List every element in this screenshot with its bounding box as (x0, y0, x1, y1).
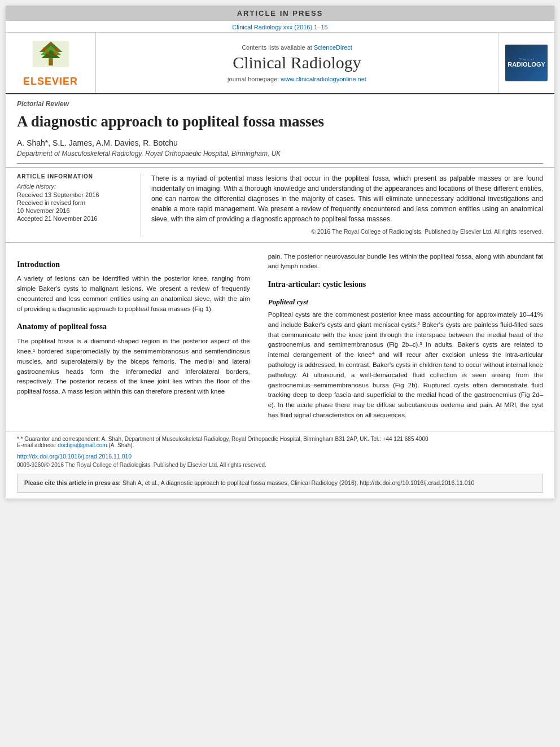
right-intro-para: pain. The posterior neurovascular bundle… (268, 252, 543, 272)
divider-1 (17, 163, 543, 164)
article-info-label: ARTICLE INFORMATION (17, 173, 133, 180)
cite-text: Shah A, et al., A diagnostic approach to… (123, 479, 474, 486)
anatomy-para: The popliteal fossa is a diamond-shaped … (17, 337, 250, 397)
doi-link[interactable]: http://dx.doi.org/10.1016/j.crad.2016.11… (17, 453, 132, 460)
citation-line: Clinical Radiology xxx (2016) 1–15 (6, 21, 554, 33)
main-content: Introduction A variety of lesions can be… (6, 243, 554, 425)
abstract-copyright: © 2016 The Royal College of Radiologists… (151, 228, 543, 237)
citation-text: Clinical Radiology xxx (2016) 1–15 (232, 24, 327, 30)
sciencedirect-label: Contents lists available at ScienceDirec… (242, 44, 352, 51)
right-column: pain. The posterior neurovascular bundle… (259, 252, 543, 425)
page: ARTICLE IN PRESS Clinical Radiology xxx … (6, 6, 554, 499)
elsevier-text: ELSEVIER (23, 76, 78, 88)
affiliation: Department of Musculoskeletal Radiology,… (6, 148, 554, 161)
anatomy-heading: Anatomy of popliteal fossa (17, 321, 250, 333)
elsevier-tree-icon (28, 38, 73, 72)
svg-point-6 (55, 49, 59, 52)
authors-line: A. Shah*, S.L. James, A.M. Davies, R. Bo… (6, 136, 554, 148)
cite-box: Please cite this article in press as: Sh… (17, 474, 543, 493)
doi-line: http://dx.doi.org/10.1016/j.crad.2016.11… (6, 451, 554, 461)
history-label: Article history: (17, 183, 133, 190)
elsevier-logo-area: ELSEVIER (6, 33, 96, 93)
cite-label: Please cite this article in press as: (24, 479, 121, 486)
sciencedirect-link[interactable]: ScienceDirect (314, 44, 352, 51)
radiology-logo-text: RADIOLOGY (508, 61, 545, 68)
abstract-column: There is a myriad of potential mass lesi… (141, 173, 543, 237)
journal-center: Contents lists available at ScienceDirec… (96, 33, 498, 93)
journal-url[interactable]: www.clinicalradiologyonline.net (281, 76, 366, 82)
left-column: Introduction A variety of lesions can be… (17, 252, 259, 425)
svg-rect-1 (49, 58, 53, 65)
footnote-text: * Guarantor and correspondent: A. Shah, … (21, 436, 428, 442)
journal-homepage: journal homepage: www.clinicalradiologyo… (228, 76, 366, 82)
abstract-text: There is a myriad of potential mass lesi… (151, 173, 543, 224)
svg-point-8 (46, 52, 49, 55)
popliteal-cyst-para: Popliteal cysts are the commonest poster… (268, 310, 543, 421)
received-revised-label: Received in revised form (17, 199, 133, 206)
footnote-area: * * Guarantor and correspondent: A. Shah… (6, 431, 554, 451)
banner-text: ARTICLE IN PRESS (237, 9, 323, 18)
journal-logo-right: Clinical RADIOLOGY (498, 33, 554, 93)
footnote-star: * * Guarantor and correspondent: A. Shah… (17, 436, 543, 442)
footnote-email: E-mail address: doctigs@gmail.com (A. Sh… (17, 442, 543, 448)
received-1: Received 13 September 2016 (17, 191, 133, 198)
intra-articular-heading: Intra-articular: cystic lesions (268, 278, 543, 291)
article-info-column: ARTICLE INFORMATION Article history: Rec… (17, 173, 141, 237)
svg-point-5 (43, 47, 46, 51)
radiology-logo: Clinical RADIOLOGY (505, 45, 548, 81)
accepted: Accepted 21 November 2016 (17, 215, 133, 222)
received-2: 10 November 2016 (17, 207, 133, 214)
introduction-para: A variety of lesions can be identified w… (17, 274, 250, 314)
journal-title: Clinical Radiology (233, 53, 361, 72)
article-type: Pictorial Review (6, 94, 554, 110)
journal-header: ELSEVIER Contents lists available at Sci… (6, 33, 554, 94)
introduction-heading: Introduction (17, 259, 250, 271)
issn-line: 0009-9260/© 2016 The Royal College of Ra… (6, 461, 554, 470)
email-link[interactable]: doctigs@gmail.com (58, 442, 107, 448)
article-info-abstract: ARTICLE INFORMATION Article history: Rec… (6, 167, 554, 243)
svg-point-9 (54, 53, 56, 55)
svg-point-7 (49, 42, 52, 45)
article-title: A diagnostic approach to popliteal fossa… (6, 110, 554, 136)
article-in-press-banner: ARTICLE IN PRESS (6, 6, 554, 21)
popliteal-cyst-subheading: Popliteal cyst (268, 296, 543, 308)
authors-text: A. Shah*, S.L. James, A.M. Davies, R. Bo… (17, 138, 178, 147)
